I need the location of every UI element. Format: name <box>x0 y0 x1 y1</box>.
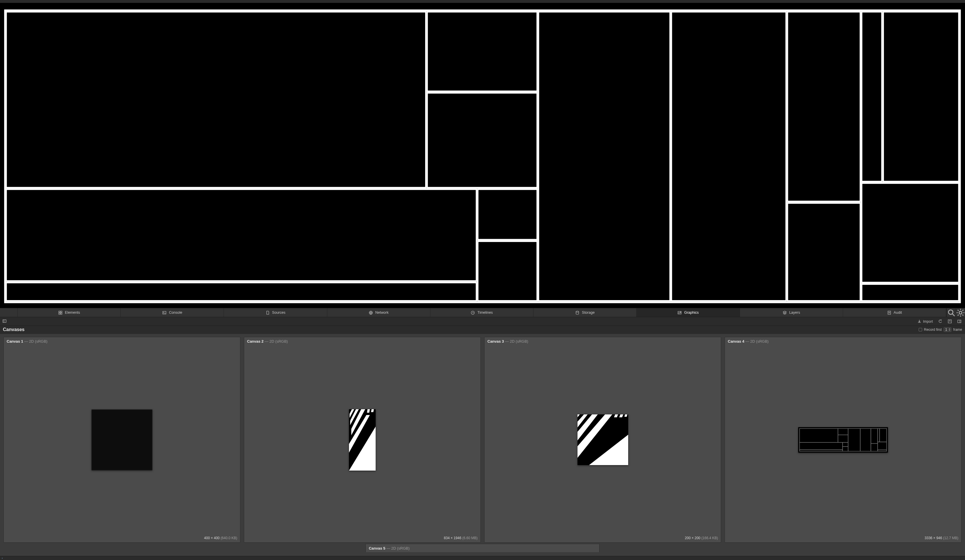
svg-rect-6 <box>787 12 860 201</box>
canvas-tile[interactable]: Canvas 1 — 2D (sRGB) 400 × 400 (640.0 KB… <box>3 337 240 543</box>
tab-label: Audit <box>894 310 902 315</box>
sources-icon <box>266 310 270 315</box>
canvas-tile-title: Canvas 4 — 2D (sRGB) <box>725 337 961 344</box>
canvas-size: (640.0 KB) <box>221 536 237 540</box>
svg-rect-35 <box>678 312 681 314</box>
svg-point-40 <box>959 311 962 314</box>
graphics-toolbar: Import <box>0 317 965 326</box>
gear-icon[interactable] <box>956 308 965 317</box>
tab-label: Layers <box>789 310 800 315</box>
record-first-stepper[interactable]: 1 ▲▼ <box>944 327 952 332</box>
svg-rect-27 <box>59 311 60 313</box>
svg-rect-7 <box>862 12 882 182</box>
tab-timelines[interactable]: Timelines <box>430 308 533 317</box>
svg-rect-64 <box>800 428 838 442</box>
tab-elements[interactable]: Elements <box>18 308 121 317</box>
svg-rect-11 <box>787 203 860 301</box>
canvas-dimensions: 400 × 400 <box>204 536 220 540</box>
canvas-size: (12.7 MB) <box>943 536 958 540</box>
console-prompt-icon[interactable]: › <box>2 557 3 560</box>
layers-icon <box>783 310 787 315</box>
canvas-tile-title: Canvas 2 — 2D (sRGB) <box>244 337 481 344</box>
tab-label: Storage <box>582 310 595 315</box>
tabbar-left-tools <box>0 308 18 317</box>
canvas-tile-footer: 400 × 400 (640.0 KB) <box>4 535 240 542</box>
canvas-name: Canvas 4 <box>728 339 744 343</box>
svg-rect-66 <box>838 435 848 442</box>
stepper-arrows-icon: ▲▼ <box>948 328 950 331</box>
sidebar-toggle-icon[interactable] <box>2 319 7 324</box>
tab-layers[interactable]: Layers <box>740 308 843 317</box>
download-icon <box>917 319 922 323</box>
canvas-dimensions: 200 × 200 <box>685 536 700 540</box>
svg-rect-15 <box>478 242 537 301</box>
svg-rect-28 <box>61 311 62 313</box>
svg-rect-77 <box>843 442 848 447</box>
svg-rect-29 <box>59 313 60 314</box>
import-button[interactable]: Import <box>916 319 934 323</box>
canvas-tile-title: Canvas 3 — 2D (sRGB) <box>484 337 721 344</box>
tab-sources[interactable]: Sources <box>224 308 327 317</box>
svg-rect-4 <box>538 12 670 301</box>
timelines-icon <box>471 310 475 315</box>
canvas-name: Canvas 5 <box>369 546 385 550</box>
tab-network[interactable]: Network <box>327 308 430 317</box>
tab-storage[interactable]: Storage <box>533 308 636 317</box>
svg-rect-9 <box>862 183 958 283</box>
canvas-tile[interactable]: Canvas 4 — 2D (sRGB) <box>725 337 962 543</box>
canvas-context: 2D (sRGB) <box>269 339 288 343</box>
tab-audit[interactable]: Audit <box>843 308 946 317</box>
record-first-control: Record first 1 ▲▼ frame <box>919 327 962 332</box>
canvas-tile-footer: 200 × 200 (166.4 KB) <box>484 535 721 542</box>
tab-console[interactable]: Console <box>121 308 224 317</box>
svg-rect-37 <box>888 311 890 314</box>
canvas-thumbnail <box>92 410 152 470</box>
tabbar-right-tools <box>946 308 965 317</box>
refresh-icon[interactable] <box>937 319 944 323</box>
svg-rect-0 <box>5 10 960 302</box>
tab-label: Sources <box>272 310 286 315</box>
svg-rect-75 <box>800 442 842 450</box>
record-first-value: 1 <box>945 328 947 331</box>
canvas-preview <box>484 344 721 535</box>
search-icon[interactable] <box>947 308 956 317</box>
console-statusbar: › <box>0 556 965 560</box>
tab-graphics[interactable]: Graphics <box>636 308 740 317</box>
canvases-title: Canvases <box>3 327 25 332</box>
canvas-tile-footer: 3336 × 946 (12.7 MB) <box>725 535 961 542</box>
record-first-label: Record first <box>924 328 942 331</box>
canvas-tile[interactable]: Canvas 2 — 2D (sRGB) <box>244 337 481 543</box>
svg-rect-76 <box>800 450 842 451</box>
devtools-tabbar: Elements Console Sources Network Timelin… <box>0 308 965 317</box>
expand-icon[interactable] <box>947 319 953 323</box>
canvas-tiles-area: Canvas 1 — 2D (sRGB) 400 × 400 (640.0 KB… <box>0 334 965 556</box>
svg-rect-70 <box>878 428 880 442</box>
tab-label: Timelines <box>477 310 492 315</box>
import-label: Import <box>923 320 933 323</box>
svg-rect-5 <box>671 12 786 301</box>
svg-rect-3 <box>427 93 537 188</box>
tab-label: Graphics <box>684 310 698 315</box>
record-first-checkbox[interactable] <box>919 328 922 331</box>
canvas-tile[interactable]: Canvas 3 — 2D (sRGB) <box>484 337 721 543</box>
canvas-tile[interactable]: Canvas 5 — 2D (sRGB) <box>365 544 599 552</box>
canvas-size: (6.60 MB) <box>462 536 478 540</box>
canvas-context: 2D (sRGB) <box>391 546 410 550</box>
svg-rect-8 <box>883 12 959 182</box>
svg-rect-73 <box>878 450 887 451</box>
canvas-dimensions: 3336 × 946 <box>925 536 942 540</box>
panel-right-icon[interactable] <box>956 319 963 323</box>
canvas-preview <box>725 344 961 535</box>
network-icon <box>369 310 373 315</box>
svg-rect-67 <box>848 428 860 451</box>
canvas-tiles-grid: Canvas 1 — 2D (sRGB) 400 × 400 (640.0 KB… <box>0 334 965 544</box>
svg-rect-72 <box>878 442 887 450</box>
canvas-context: 2D (sRGB) <box>750 339 769 343</box>
svg-rect-2 <box>427 12 537 91</box>
canvas-tiles-row2: Canvas 5 — 2D (sRGB) <box>0 544 965 555</box>
canvas-thumbnail <box>798 427 888 452</box>
canvas-name: Canvas 3 <box>487 339 504 343</box>
svg-rect-43 <box>948 320 951 323</box>
svg-point-34 <box>576 311 579 312</box>
tab-label: Console <box>169 310 182 315</box>
